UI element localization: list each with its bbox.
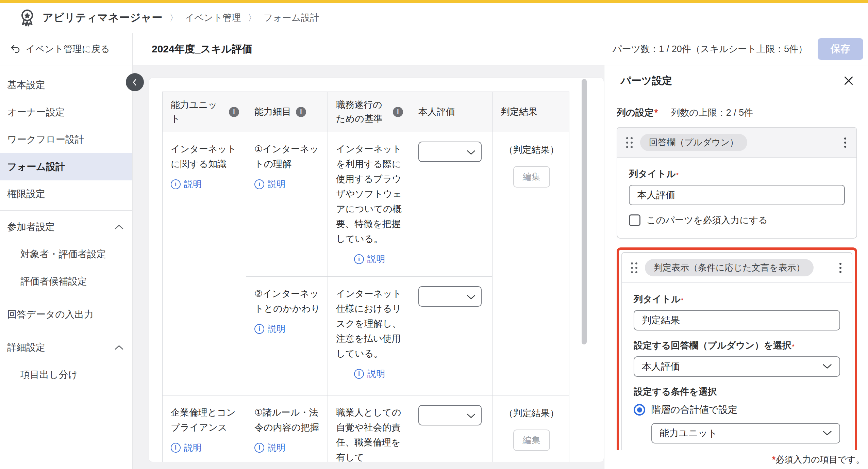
sidebar-item-evaluator-candidate-settings[interactable]: 評価者候補設定 (0, 268, 132, 295)
kebab-menu-icon[interactable] (843, 136, 848, 149)
column-title-label: 列タイトル (634, 294, 681, 304)
description-link[interactable]: i説明 (354, 367, 385, 381)
info-icon[interactable]: i (393, 107, 403, 117)
radio-selected[interactable] (634, 404, 645, 416)
vertical-scrollbar-thumb[interactable] (582, 79, 587, 344)
sidebar-item-advanced-settings[interactable]: 詳細設定 (0, 334, 132, 361)
condition-radio-row[interactable]: 階層の合計値で設定 (634, 403, 840, 416)
sidebar-item-label: 詳細設定 (7, 341, 45, 354)
description-link[interactable]: i説明 (354, 252, 385, 266)
sidebar-item-workflow-design[interactable]: ワークフロー設計 (0, 126, 132, 153)
column-config-row: 列の設定* 列数の上限：2 / 5件 (617, 107, 857, 119)
required-input-checkbox-row[interactable]: このパーツを必須入力にする (629, 214, 845, 226)
column-header-judgement-result: 判定結果 (493, 92, 569, 132)
sidebar-item-label: 回答データの入出力 (7, 308, 94, 321)
hierarchy-level-select[interactable]: 能力ユニット (651, 423, 840, 443)
ability-unit-cell: インターネットに関する知識 i説明 (163, 132, 246, 395)
app-header: アビリティマネージャー 〉 イベント管理 〉 フォーム設計 (0, 3, 868, 33)
skill-sheet-card: 能力ユニットi 能力細目i 職務遂行のための基準i 本人評価 判定結果 (149, 78, 604, 462)
back-to-events-link[interactable]: イベント管理に戻る (0, 33, 133, 65)
skill-sheet-table: 能力ユニットi 能力細目i 職務遂行のための基準i 本人評価 判定結果 (162, 92, 569, 462)
sidebar-item-item-display-rules[interactable]: 項目出し分け (0, 361, 132, 388)
undo-arrow-icon (10, 44, 20, 54)
rating-select[interactable] (418, 405, 482, 425)
description-link[interactable]: i説明 (171, 440, 202, 455)
app-title: アビリティマネージャー (43, 11, 163, 25)
description-link[interactable]: i説明 (254, 440, 285, 455)
info-icon[interactable]: i (229, 107, 239, 117)
sidebar-item-label: 評価者候補設定 (20, 275, 87, 288)
judgement-result-cell: （判定結果） 編集 (493, 132, 569, 395)
collapse-back-button[interactable] (126, 73, 144, 91)
ability-detail-cell: ①インターネットの理解 i説明 (246, 132, 328, 277)
info-icon: i (171, 443, 181, 453)
toolbar: イベント管理に戻る 2024年度_スキル評価 パーツ数：1 / 20件（スキルシ… (0, 33, 868, 65)
edit-button[interactable]: 編集 (513, 166, 550, 188)
info-icon: i (354, 369, 364, 379)
sidebar-item-target-evaluator-settings[interactable]: 対象者・評価者設定 (0, 241, 132, 268)
sidebar-item-label: オーナー設定 (7, 106, 65, 119)
sidebar-item-response-data-io[interactable]: 回答データの入出力 (0, 301, 132, 328)
save-button[interactable]: 保存 (818, 38, 863, 60)
column-limit-text: 列数の上限：2 / 5件 (671, 107, 753, 119)
sidebar-item-form-design[interactable]: フォーム設計 (0, 153, 132, 180)
info-icon[interactable]: i (296, 107, 306, 117)
column-header-label: 職務遂行のための基準 (336, 98, 388, 126)
condition-label: 設定する条件を選択 (634, 387, 717, 397)
criteria-cell: 職業人としての自覚や社会的責任、職業倫理を有して (328, 395, 410, 463)
sidebar-divider (0, 331, 132, 331)
info-icon: i (171, 179, 181, 189)
kebab-menu-icon[interactable] (838, 261, 843, 274)
drag-handle-icon[interactable] (631, 262, 637, 273)
sidebar-item-basic-settings[interactable]: 基本設定 (0, 71, 132, 99)
judgement-result-cell: （判定結果） 編集 (493, 395, 569, 463)
select-value: 本人評価 (642, 360, 680, 373)
column-title-input[interactable]: 判定結果 (634, 310, 840, 330)
back-link-label: イベント管理に戻る (26, 43, 110, 55)
breadcrumb-event-management[interactable]: イベント管理 (185, 12, 241, 24)
result-placeholder-text: （判定結果） (501, 142, 562, 157)
sidebar-item-label: 基本設定 (7, 79, 45, 92)
table-row: インターネットに関する知識 i説明 ①インターネットの理解 i説明 インターネッ… (163, 132, 569, 277)
description-link[interactable]: i説明 (254, 177, 285, 191)
ability-unit-text: 企業倫理とコンプライアンス (171, 405, 239, 435)
criteria-cell: インターネット仕様におけるリスクを理解し、注意を払い使用している。 i説明 (328, 277, 410, 395)
chevron-down-icon (822, 431, 832, 436)
checkbox[interactable] (629, 214, 640, 226)
rating-select[interactable] (418, 142, 482, 162)
description-link[interactable]: i説明 (171, 177, 202, 191)
toolbar-right: パーツ数：1 / 20件（スキルシート上限：5件） 保存 (613, 33, 868, 65)
criteria-text: インターネットを利用する際に使用するブラウザやソフトウェアについての概要、特徴を… (336, 142, 403, 246)
ability-detail-text: ①インターネットの理解 (254, 142, 321, 172)
sidebar-item-label: ワークフロー設計 (7, 133, 84, 146)
edit-button[interactable]: 編集 (513, 430, 550, 451)
sidebar-item-owner-settings[interactable]: オーナー設定 (0, 99, 132, 126)
target-pulldown-select[interactable]: 本人評価 (634, 356, 840, 377)
sidebar-item-label: フォーム設計 (7, 160, 65, 173)
brand-accent-stripe (0, 0, 868, 3)
description-label: 説明 (268, 440, 285, 455)
sidebar-item-participant-settings[interactable]: 参加者設定 (0, 213, 132, 241)
description-link[interactable]: i説明 (254, 322, 285, 336)
column-title-input[interactable]: 本人評価 (629, 185, 845, 205)
required-note-text: 必須入力の項目です。 (775, 454, 865, 466)
form-title: 2024年度_スキル評価 (152, 33, 252, 65)
description-label: 説明 (184, 177, 202, 191)
close-panel-button[interactable] (843, 75, 854, 86)
column-header-ability-detail: 能力細目i (246, 92, 328, 132)
ability-unit-cell: 企業倫理とコンプライアンス i説明 (163, 395, 246, 463)
breadcrumb-form-design[interactable]: フォーム設計 (264, 12, 319, 24)
chevron-left-icon (131, 78, 139, 87)
column-config-label: 列の設定 (617, 108, 654, 118)
drag-handle-icon[interactable] (626, 137, 633, 148)
column-title-label: 列タイトル (629, 169, 676, 179)
part-type-badge: 判定表示（条件に応じた文言を表示） (645, 259, 814, 276)
sidebar-item-permission-settings[interactable]: 権限設定 (0, 180, 132, 208)
column-header-label: 能力細目 (254, 105, 291, 119)
description-label: 説明 (184, 440, 202, 455)
column-header-label: 能力ユニット (171, 98, 224, 126)
chevron-up-icon (115, 224, 123, 230)
parts-count-text: パーツ数：1 / 20件（スキルシート上限：5件） (613, 43, 807, 55)
rating-select[interactable] (418, 286, 482, 307)
sidebar-divider (0, 298, 132, 298)
